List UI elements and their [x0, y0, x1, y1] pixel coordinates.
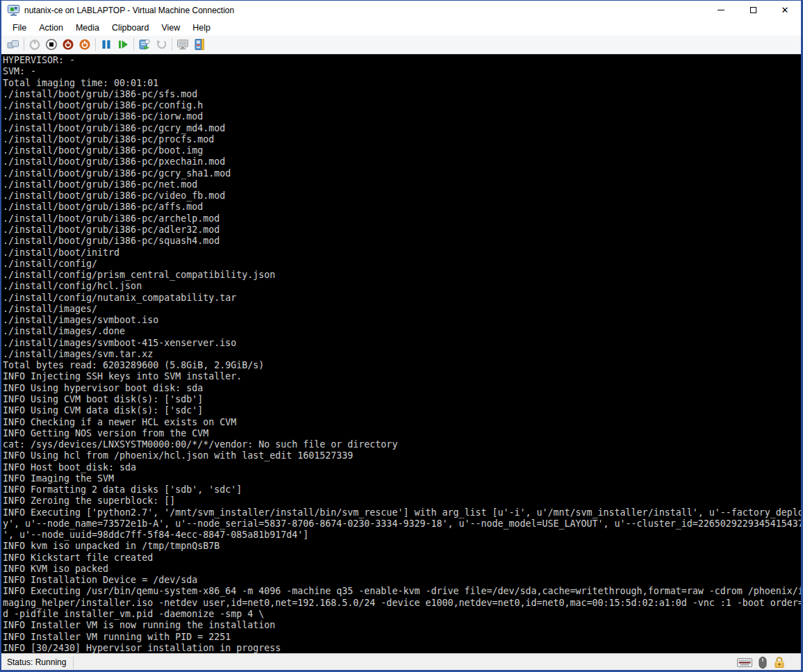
- title-bar: nutanix-ce on LABLAPTOP - Virtual Machin…: [1, 1, 801, 19]
- enhanced-session-icon: [176, 38, 189, 51]
- maximize-button[interactable]: [737, 1, 769, 19]
- status-bar: Status: Running: [1, 653, 801, 671]
- turn-off-button[interactable]: [43, 36, 60, 53]
- menu-bar: File Action Media Clipboard View Help: [1, 19, 801, 35]
- share-button[interactable]: [191, 36, 208, 53]
- ctrl-alt-del-icon: [7, 38, 19, 51]
- status-separator: [73, 657, 74, 669]
- toolbar-separator: [95, 38, 96, 51]
- vmconnect-window: nutanix-ce on LABLAPTOP - Virtual Machin…: [0, 0, 803, 672]
- toolbar: [1, 35, 801, 54]
- menu-help[interactable]: Help: [186, 21, 217, 35]
- mouse-icon: [759, 657, 767, 669]
- menu-clipboard[interactable]: Clipboard: [106, 21, 156, 35]
- menu-action[interactable]: Action: [33, 21, 69, 35]
- close-icon: ✕: [781, 5, 789, 15]
- lock-icon: [773, 656, 786, 669]
- resume-button[interactable]: [115, 36, 131, 53]
- shut-down-icon: [62, 38, 74, 51]
- keyboard-icon: [737, 657, 752, 668]
- toolbar-separator: [172, 38, 172, 51]
- status-label: Status: Running: [7, 657, 66, 667]
- pause-button[interactable]: [98, 36, 115, 53]
- revert-button[interactable]: [153, 36, 169, 53]
- vm-console-screen[interactable]: HYPERVISOR: - SVM: - Total imaging time:…: [1, 54, 801, 653]
- share-icon: [193, 38, 206, 51]
- console-output: HYPERVISOR: - SVM: - Total imaging time:…: [1, 54, 801, 653]
- reset-icon: [78, 38, 91, 51]
- turn-off-icon: [45, 38, 58, 51]
- menu-view[interactable]: View: [155, 21, 186, 35]
- pause-icon: [100, 38, 113, 51]
- toolbar-separator: [24, 38, 24, 51]
- maximize-icon: [750, 7, 756, 13]
- ctrl-alt-del-button[interactable]: [5, 36, 22, 53]
- toolbar-separator: [133, 38, 134, 51]
- reset-button[interactable]: [76, 36, 93, 53]
- menu-file[interactable]: File: [6, 21, 33, 35]
- window-title: nutanix-ce on LABLAPTOP - Virtual Machin…: [24, 6, 705, 15]
- checkpoint-icon: [138, 38, 151, 51]
- resume-icon: [117, 38, 129, 51]
- hyperv-vm-icon: [8, 4, 19, 16]
- close-button[interactable]: ✕: [769, 1, 801, 19]
- enhanced-session-button[interactable]: [174, 36, 191, 53]
- start-power-icon: [28, 38, 41, 51]
- minimize-icon: [718, 10, 725, 10]
- shut-down-button[interactable]: [60, 36, 76, 53]
- start-button[interactable]: [26, 36, 43, 53]
- checkpoint-button[interactable]: [136, 36, 153, 53]
- revert-icon: [155, 38, 167, 51]
- menu-media[interactable]: Media: [69, 21, 106, 35]
- minimize-button[interactable]: [705, 1, 737, 19]
